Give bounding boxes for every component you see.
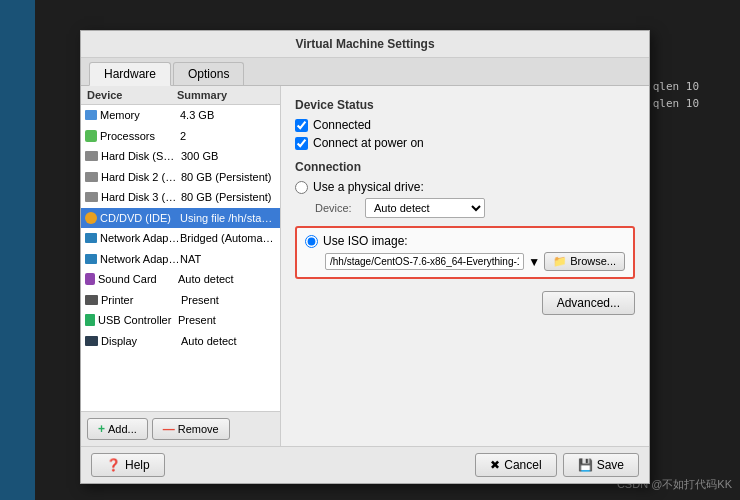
footer-right: ✖ Cancel 💾 Save [475,453,639,477]
display-icon [85,336,98,346]
device-name-processors: Processors [100,128,180,145]
add-device-button[interactable]: + Add... [87,418,148,440]
save-button[interactable]: 💾 Save [563,453,639,477]
connected-row: Connected [295,118,635,132]
device-name-cdvd: CD/DVD (IDE) [100,210,180,227]
device-row-harddisk3[interactable]: Hard Disk 3 (SCSI) 80 GB (Persistent) [81,187,280,208]
device-status-title: Device Status [295,98,635,112]
cancel-button[interactable]: ✖ Cancel [475,453,556,477]
printer-icon [85,295,98,305]
device-summary-harddisk3: 80 GB (Persistent) [181,189,276,206]
iso-image-row: Use ISO image: [305,234,625,248]
device-summary-processors: 2 [180,128,276,145]
device-row-memory[interactable]: Memory 4.3 GB [81,105,280,126]
device-row-usb[interactable]: USB Controller Present [81,310,280,331]
device-actions: + Add... — Remove [81,411,280,446]
device-name-network2: Network Adapter 2 [100,251,180,268]
network2-icon [85,254,97,264]
sound-icon [85,273,95,285]
sidebar-strip [0,0,35,500]
device-name-network1: Network Adapter [100,230,180,247]
device-name-memory: Memory [100,107,180,124]
usb-icon [85,314,95,326]
iso-path-row: ▼ 📁 Browse... [325,252,625,271]
iso-path-input[interactable] [325,253,524,270]
physical-drive-row: Use a physical drive: [295,180,635,194]
footer-left: ❓ Help [91,453,165,477]
device-row-network1[interactable]: Network Adapter Bridged (Automatic) [81,228,280,249]
help-icon: ❓ [106,458,121,472]
device-name-printer: Printer [101,292,181,309]
device-column-header: Device [87,89,177,101]
network1-icon [85,233,97,243]
device-name-harddisk2: Hard Disk 2 (SCSI) [101,169,181,186]
device-summary-network1: Bridged (Automatic) [180,230,276,247]
help-button[interactable]: ❓ Help [91,453,165,477]
tab-options[interactable]: Options [173,62,244,85]
device-summary-memory: 4.3 GB [180,107,276,124]
device-row-display[interactable]: Display Auto detect [81,331,280,352]
device-name-harddisk1: Hard Disk (SCSI) [101,148,181,165]
folder-icon: 📁 [553,255,567,267]
device-list-header: Device Summary [81,86,280,105]
device-row-printer[interactable]: Printer Present [81,290,280,311]
device-row-network2[interactable]: Network Adapter 2 NAT [81,249,280,270]
device-name-sound: Sound Card [98,271,178,288]
device-name-display: Display [101,333,181,350]
remove-label: Remove [178,423,219,435]
cancel-label: Cancel [504,458,541,472]
cdrom-icon [85,212,97,224]
summary-column-header: Summary [177,89,274,101]
memory-icon [85,110,97,120]
advanced-button[interactable]: Advanced... [542,291,635,315]
device-summary-cdvd: Using file /hh/stage/Cent [180,210,276,227]
iso-image-radio[interactable] [305,235,318,248]
connect-power-row: Connect at power on [295,136,635,150]
save-label: Save [597,458,624,472]
browse-button[interactable]: 📁 Browse... [544,252,625,271]
dialog-body: Device Summary Memory 4.3 GB Processors … [81,86,649,446]
physical-drive-radio[interactable] [295,181,308,194]
processor-icon [85,130,97,142]
connected-label: Connected [313,118,371,132]
virtual-machine-settings-dialog: Virtual Machine Settings Hardware Option… [80,30,650,484]
connected-checkbox[interactable] [295,119,308,132]
add-label: Add... [108,423,137,435]
device-list: Memory 4.3 GB Processors 2 Hard Disk (SC… [81,105,280,411]
harddisk1-icon [85,151,98,161]
connect-power-label: Connect at power on [313,136,424,150]
harddisk2-icon [85,172,98,182]
add-icon: + [98,422,105,436]
settings-panel: Device Status Connected Connect at power… [281,86,649,446]
remove-icon: — [163,422,175,436]
physical-drive-label: Use a physical drive: [313,180,424,194]
device-summary-display: Auto detect [181,333,276,350]
device-summary-usb: Present [178,312,276,329]
device-dropdown-row: Device: Auto detect [315,198,635,218]
iso-image-label: Use ISO image: [323,234,408,248]
device-summary-printer: Present [181,292,276,309]
cancel-icon: ✖ [490,458,500,472]
harddisk3-icon [85,192,98,202]
browse-label: Browse... [570,255,616,267]
device-summary-network2: NAT [180,251,276,268]
help-label: Help [125,458,150,472]
remove-device-button[interactable]: — Remove [152,418,230,440]
device-name-harddisk3: Hard Disk 3 (SCSI) [101,189,181,206]
device-select[interactable]: Auto detect [365,198,485,218]
device-row-processors[interactable]: Processors 2 [81,126,280,147]
dialog-footer: ❓ Help ✖ Cancel 💾 Save [81,446,649,483]
device-name-usb: USB Controller [98,312,178,329]
device-row-harddisk2[interactable]: Hard Disk 2 (SCSI) 80 GB (Persistent) [81,167,280,188]
tab-hardware[interactable]: Hardware [89,62,171,86]
device-summary-harddisk2: 80 GB (Persistent) [181,169,276,186]
device-panel: Device Summary Memory 4.3 GB Processors … [81,86,281,446]
connect-power-checkbox[interactable] [295,137,308,150]
dialog-title: Virtual Machine Settings [81,31,649,58]
connection-title: Connection [295,160,635,174]
dialog-tabs: Hardware Options [81,58,649,86]
device-row-cdvd[interactable]: CD/DVD (IDE) Using file /hh/stage/Cent [81,208,280,229]
device-row-harddisk1[interactable]: Hard Disk (SCSI) 300 GB [81,146,280,167]
device-row-sound[interactable]: Sound Card Auto detect [81,269,280,290]
save-icon: 💾 [578,458,593,472]
